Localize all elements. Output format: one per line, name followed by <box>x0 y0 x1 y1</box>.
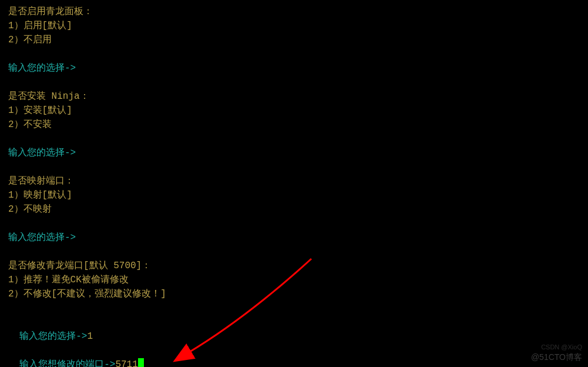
qinglong-option-2: 2）不启用 <box>8 33 580 47</box>
blank-line <box>8 301 580 315</box>
qinglong-prompt[interactable]: 输入您的选择-> <box>8 61 580 75</box>
portchange-choice: 1 <box>87 331 93 342</box>
portchange-prompt: 输入您的选择-> <box>19 331 87 342</box>
blank-line <box>8 216 580 231</box>
portmap-option-1: 1）映射[默认] <box>8 188 580 202</box>
blank-line <box>8 132 580 146</box>
portmap-prompt[interactable]: 输入您的选择-> <box>8 231 580 245</box>
portchange-prompt-line[interactable]: 输入您的选择->1 <box>8 315 580 343</box>
portinput-prompt: 输入您想修改的端口-> <box>19 359 115 367</box>
blank-line <box>8 47 580 61</box>
ninja-prompt[interactable]: 输入您的选择-> <box>8 146 580 160</box>
blank-line <box>8 245 580 259</box>
qinglong-title: 是否启用青龙面板： <box>8 5 580 19</box>
blank-line <box>8 160 580 174</box>
portchange-option-1: 1）推荐！避免CK被偷请修改 <box>8 273 580 287</box>
ninja-title: 是否安装 Ninja： <box>8 89 580 104</box>
portinput-line[interactable]: 输入您想修改的端口->5711 <box>8 343 580 367</box>
portchange-title: 是否修改青龙端口[默认 5700]： <box>8 259 580 273</box>
portmap-option-2: 2）不映射 <box>8 202 580 216</box>
cursor-icon <box>138 358 144 367</box>
ninja-option-1: 1）安装[默认] <box>8 104 580 118</box>
qinglong-option-1: 1）启用[默认] <box>8 19 580 33</box>
watermark-sub: CSDN @XioQ <box>541 342 582 352</box>
blank-line <box>8 75 580 89</box>
ninja-option-2: 2）不安装 <box>8 118 580 132</box>
portchange-option-2: 2）不修改[不建议，强烈建议修改！] <box>8 287 580 301</box>
portinput-value: 5711 <box>115 359 137 367</box>
portmap-title: 是否映射端口： <box>8 174 580 188</box>
watermark-main: @51CTO博客 <box>531 351 582 363</box>
